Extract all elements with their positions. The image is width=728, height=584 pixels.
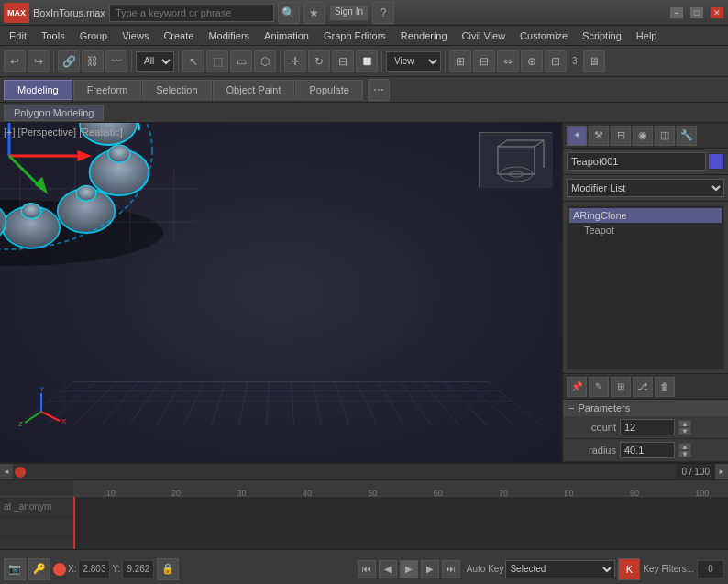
param-count-input[interactable] xyxy=(620,419,675,435)
menu-civil-view[interactable]: Civil View xyxy=(455,26,513,46)
menu-customize[interactable]: Customize xyxy=(513,26,575,46)
rotate-button[interactable]: ↻ xyxy=(308,50,330,72)
x-label: X: xyxy=(68,564,76,574)
next-frame-btn[interactable]: ▶ xyxy=(421,560,439,578)
play-btn[interactable]: ▶ xyxy=(400,560,418,578)
timeline-scroll-right[interactable]: ► xyxy=(715,464,728,479)
bind-button[interactable]: 〰 xyxy=(105,50,127,72)
lasso-select-button[interactable]: ⬡ xyxy=(254,50,276,72)
signin-button[interactable]: Sign In xyxy=(329,5,369,21)
minimize-button[interactable]: − xyxy=(669,6,684,19)
timeline-ruler: 10 20 30 40 50 60 70 80 90 100 xyxy=(0,480,728,497)
render-button[interactable]: 🖥 xyxy=(583,50,605,72)
modifier-item-teapot[interactable]: Teapot xyxy=(569,223,722,237)
modifier-item-aringclone[interactable]: ARingClone xyxy=(569,208,722,223)
unlink-button[interactable]: ⛓ xyxy=(82,50,104,72)
modify-panel-icon[interactable]: ⚒ xyxy=(589,126,609,146)
grid-overlay xyxy=(18,381,543,425)
menu-scripting[interactable]: Scripting xyxy=(575,26,629,46)
menu-help[interactable]: Help xyxy=(629,26,665,46)
bookmark-button[interactable]: ★ xyxy=(303,2,325,24)
param-count-down[interactable]: ▼ xyxy=(678,427,691,435)
param-radius-input[interactable] xyxy=(620,442,675,458)
tab-selection[interactable]: Selection xyxy=(142,80,211,100)
prev-frame-btn[interactable]: ◀ xyxy=(379,560,397,578)
status-bar: 📷 🔑 X: 2.803 Y: 9.262 🔒 ⏮ ◀ ▶ ▶ ⏭ Auto K… xyxy=(0,549,728,584)
align-button[interactable]: ⊞ xyxy=(449,50,471,72)
link-button[interactable]: 🔗 xyxy=(58,50,80,72)
object-color-swatch[interactable] xyxy=(708,153,724,170)
param-count-spinner: ▲ ▼ xyxy=(678,420,691,435)
object-name-input[interactable] xyxy=(567,152,706,171)
menu-create[interactable]: Create xyxy=(156,26,201,46)
timeline-marker[interactable] xyxy=(15,467,26,478)
selected-dropdown[interactable]: Selected xyxy=(505,560,615,578)
help-button[interactable]: ? xyxy=(372,2,394,24)
undo-button[interactable]: ↩ xyxy=(4,50,26,72)
tab-more-button[interactable]: ⋯ xyxy=(368,79,390,101)
tab-modeling[interactable]: Modeling xyxy=(4,80,72,100)
menu-animation[interactable]: Animation xyxy=(257,26,316,46)
close-button[interactable]: ✕ xyxy=(710,6,724,19)
array-button[interactable]: ⊕ xyxy=(521,50,543,72)
modifier-list-dropdown[interactable]: Modifier List xyxy=(567,179,724,197)
display-panel-icon[interactable]: ◫ xyxy=(655,126,675,146)
utilities-panel-icon[interactable]: 🔧 xyxy=(677,126,697,146)
menu-rendering[interactable]: Rendering xyxy=(393,26,455,46)
timeline-scroll-left[interactable]: ◄ xyxy=(0,464,13,479)
create-panel-icon[interactable]: ✦ xyxy=(567,126,587,146)
make-unique-button[interactable]: ⎇ xyxy=(633,377,653,397)
panel-tools: 📌 ✎ ⊞ ⎇ 🗑 xyxy=(563,373,728,399)
camera-icon-btn[interactable]: 📷 xyxy=(4,558,26,580)
select-button[interactable]: ↖ xyxy=(182,50,204,72)
remove-modifier-button[interactable]: 🗑 xyxy=(655,377,675,397)
open-schematic-button[interactable]: ⊡ xyxy=(545,50,567,72)
search-input[interactable] xyxy=(109,4,274,22)
right-panel: ✦ ⚒ ⊟ ◉ ◫ 🔧 Modifier List ARingClone Tea… xyxy=(563,123,728,462)
svg-line-51 xyxy=(41,412,60,421)
viewport[interactable]: [+] [Perspective] [Realistic] xyxy=(0,123,563,462)
maximize-button[interactable]: □ xyxy=(689,6,704,19)
snap-button[interactable]: 🔲 xyxy=(356,50,378,72)
goto-end-btn[interactable]: ⏭ xyxy=(442,560,460,578)
auto-key-area: Auto Key Selected xyxy=(467,560,616,578)
layer-button[interactable]: ⊟ xyxy=(473,50,495,72)
mirror-button[interactable]: ⇔ xyxy=(497,50,519,72)
timeline-counter: 0 / 100 xyxy=(676,467,715,477)
menu-edit[interactable]: Edit xyxy=(2,26,34,46)
rect-select-button[interactable]: ▭ xyxy=(230,50,252,72)
toolbar: ↩ ↪ 🔗 ⛓ 〰 All ↖ ⬚ ▭ ⬡ ✛ ↻ ⊟ 🔲 View ⊞ ⊟ ⇔… xyxy=(0,46,728,77)
tab-freeform[interactable]: Freeform xyxy=(73,80,142,100)
menu-views[interactable]: Views xyxy=(115,26,156,46)
scale-button[interactable]: ⊟ xyxy=(332,50,354,72)
selection-filter-dropdown[interactable]: All xyxy=(136,51,174,72)
menu-tools[interactable]: Tools xyxy=(34,26,72,46)
search-button[interactable]: 🔍 xyxy=(278,2,300,24)
move-button[interactable]: ✛ xyxy=(284,50,306,72)
menu-graph-editors[interactable]: Graph Editors xyxy=(316,26,393,46)
menu-group[interactable]: Group xyxy=(72,26,116,46)
param-radius-down[interactable]: ▼ xyxy=(678,450,691,457)
params-header[interactable]: − Parameters xyxy=(563,400,728,416)
redo-button[interactable]: ↪ xyxy=(28,50,50,72)
svg-text:Y: Y xyxy=(39,385,45,393)
polygon-modeling-tab[interactable]: Polygon Modeling xyxy=(4,105,104,121)
frame-number[interactable]: 0 xyxy=(697,560,724,578)
track-content[interactable] xyxy=(73,497,728,549)
hierarchy-panel-icon[interactable]: ⊟ xyxy=(611,126,631,146)
view-dropdown[interactable]: View xyxy=(386,51,441,72)
key-mode-btn[interactable]: 🔑 xyxy=(28,558,50,580)
region-select-button[interactable]: ⬚ xyxy=(206,50,228,72)
modifier-properties-button[interactable]: ✎ xyxy=(589,377,609,397)
tab-object-paint[interactable]: Object Paint xyxy=(213,80,295,100)
timeline-track[interactable] xyxy=(13,464,676,479)
tab-populate[interactable]: Populate xyxy=(295,80,362,100)
motion-panel-icon[interactable]: ◉ xyxy=(633,126,653,146)
pin-stack-button[interactable]: 📌 xyxy=(567,377,587,397)
show-end-result-button[interactable]: ⊞ xyxy=(611,377,631,397)
set-key-btn[interactable]: K xyxy=(618,558,640,580)
goto-start-btn[interactable]: ⏮ xyxy=(358,560,376,578)
title-bar: MAX BoxInTorus.max 🔍 ★ Sign In ? − □ ✕ xyxy=(0,0,728,26)
lock-selection-btn[interactable]: 🔒 xyxy=(157,558,179,580)
menu-modifiers[interactable]: Modifiers xyxy=(201,26,257,46)
